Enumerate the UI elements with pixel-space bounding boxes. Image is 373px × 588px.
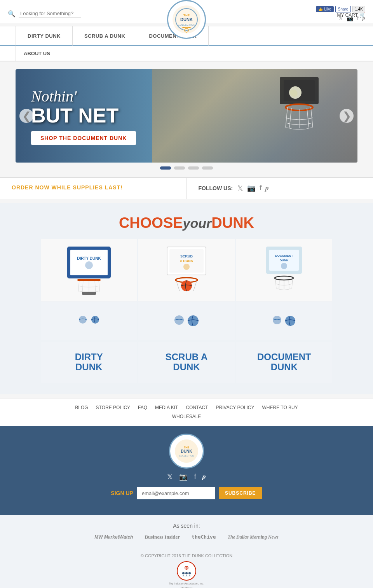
- nav-row2: ABOUT US: [0, 46, 373, 61]
- site-logo[interactable]: THE DUNK COLLECTION: [167, 0, 206, 39]
- scrub-dunk-title-area[interactable]: SCRUB ADUNK: [138, 342, 234, 383]
- doc-dunk-icons: [272, 315, 296, 327]
- basketball-icon-4: [187, 315, 199, 327]
- instagram-icon-mid[interactable]: 📷: [247, 184, 256, 192]
- press-dallas: The Dallas Morning News: [228, 534, 279, 540]
- twitter-icon-footer[interactable]: 𝕏: [167, 472, 173, 481]
- hero-cta-button[interactable]: SHOP THE DOCUMENT DUNK: [31, 131, 136, 145]
- choose-title-dunk: DUNK: [211, 215, 254, 231]
- bottom-logo[interactable]: THE DUNK COLLECTION: [169, 434, 204, 469]
- dot-4[interactable]: [202, 166, 213, 170]
- nav-about-us[interactable]: ABOUT US: [16, 46, 58, 61]
- instagram-icon-footer[interactable]: 📷: [179, 472, 188, 481]
- footer-blog[interactable]: BLOG: [75, 405, 88, 410]
- doc-dunk-card[interactable]: DOCUMENT DUNK: [236, 239, 332, 340]
- hero-container: Nothin' BUT NET SHOP THE DOCUMENT DUNK ❮…: [0, 65, 373, 173]
- svg-text:COLLECTION: COLLECTION: [179, 455, 194, 457]
- svg-text:THE: THE: [183, 14, 190, 17]
- facebook-icon-footer[interactable]: f: [194, 472, 196, 481]
- toy-assoc-svg: TIA: [180, 564, 193, 578]
- signup-label: SIGN UP: [111, 490, 133, 496]
- footer-links: BLOG STORE POLICY FAQ MEDIA KIT CONTACT …: [0, 398, 373, 426]
- scrub-dunk-icons: [174, 315, 199, 327]
- hero-hoop-graphic: [256, 73, 334, 151]
- dirty-dunk-card-bottom: [41, 301, 137, 340]
- subscribe-button[interactable]: SUBSCRIBE: [219, 487, 262, 499]
- doc-dunk-card-top: DOCUMENT DUNK: [236, 239, 332, 301]
- scrub-dunk-image: SCRUB A DUNK: [159, 245, 214, 296]
- nav-scrub-dunk[interactable]: SCRUB A DUNK: [73, 26, 137, 46]
- fb-count: 1.4K: [352, 6, 365, 12]
- next-arrow-icon: ❯: [342, 110, 351, 122]
- choose-title-choose: CHOOSE: [119, 215, 183, 231]
- dot-2[interactable]: [174, 166, 185, 170]
- dirty-dunk-image: DIRTY DUNK: [62, 245, 116, 296]
- slider-dots: [0, 166, 373, 170]
- svg-point-51: [285, 316, 295, 326]
- twitter-icon-mid[interactable]: 𝕏: [237, 184, 243, 192]
- hero-text: Nothin' BUT NET SHOP THE DOCUMENT DUNK: [16, 79, 152, 153]
- hero-slide: Nothin' BUT NET SHOP THE DOCUMENT DUNK: [16, 69, 357, 163]
- footer-wholesale-row: WHOLESALE: [8, 413, 365, 420]
- search-icon[interactable]: 🔍: [8, 10, 16, 18]
- hero-next-button[interactable]: ❯: [340, 109, 354, 123]
- dirty-dunk-title-area[interactable]: DIRTYDUNK: [41, 342, 137, 383]
- hero-line2: BUT NET: [31, 105, 136, 126]
- footer-faq[interactable]: FAQ: [138, 405, 147, 410]
- scrub-dunk-card-bottom: [138, 301, 234, 340]
- svg-line-21: [99, 281, 100, 292]
- svg-line-20: [78, 281, 79, 292]
- footer-store-policy[interactable]: STORE POLICY: [96, 405, 130, 410]
- logo-svg: THE DUNK COLLECTION: [171, 4, 202, 35]
- cart-area[interactable]: MY CART 🛒: [337, 12, 365, 18]
- footer-privacy-policy[interactable]: PRIVACY POLICY: [216, 405, 254, 410]
- choose-title: CHOOSEyourDUNK: [8, 215, 365, 231]
- dunk-titles-row: DIRTYDUNK SCRUB ADUNK DOCUMENTDUNK: [41, 342, 332, 383]
- dot-1[interactable]: [160, 166, 171, 170]
- svg-point-18: [85, 261, 93, 269]
- svg-text:TIA: TIA: [185, 567, 188, 569]
- order-now-section: ORDER NOW WHILE SUPPLIES LAST!: [0, 178, 187, 199]
- footer-contact[interactable]: CONTACT: [186, 405, 208, 410]
- basketball-icon-1: [78, 315, 87, 324]
- as-seen-label: As seen in:: [8, 523, 365, 529]
- svg-point-58: [182, 572, 185, 574]
- bottom-logo-wrap: THE DUNK COLLECTION: [8, 434, 365, 469]
- footer-social: 𝕏 📷 f 𝒑: [8, 472, 365, 481]
- svg-point-50: [273, 316, 281, 324]
- search-input[interactable]: [19, 10, 81, 18]
- fb-like-button[interactable]: 👍 Like: [316, 6, 333, 12]
- choose-title-your: your: [183, 216, 212, 231]
- top-header: 🔍 THE DUNK COLLECTION 👍 Like S: [0, 0, 373, 23]
- pinterest-icon-footer[interactable]: 𝒑: [202, 472, 206, 481]
- svg-point-34: [181, 280, 192, 291]
- copyright-section: © COPYRIGHT 2016 THE DUNK COLLECTION TIA…: [0, 548, 373, 588]
- signup-row: SIGN UP SUBSCRIBE: [8, 487, 365, 499]
- email-input[interactable]: [137, 487, 215, 499]
- hero-prev-button[interactable]: ❮: [19, 109, 33, 123]
- svg-point-37: [174, 315, 184, 325]
- basketball-icon-3: [174, 315, 185, 326]
- follow-label: FOLLOW US:: [199, 185, 233, 191]
- scrub-dunk-card[interactable]: SCRUB A DUNK: [138, 239, 234, 340]
- scrub-dunk-title: SCRUB ADUNK: [142, 348, 230, 376]
- doc-dunk-title-area[interactable]: DOCUMENTDUNK: [236, 342, 332, 383]
- svg-text:DUNK: DUNK: [280, 259, 289, 262]
- nav-dirty-dunk[interactable]: DIRTY DUNK: [16, 26, 73, 46]
- svg-point-27: [91, 316, 99, 324]
- dirty-dunk-card[interactable]: DIRTY DUNK: [41, 239, 137, 340]
- logo-area: THE DUNK COLLECTION: [167, 0, 206, 39]
- basketball-icon-6: [284, 315, 296, 327]
- pinterest-icon-mid[interactable]: 𝒑: [265, 184, 269, 192]
- svg-line-9: [286, 107, 288, 128]
- facebook-icon-mid[interactable]: f: [260, 184, 261, 192]
- cart-label: MY CART: [337, 12, 358, 18]
- footer-where-to-buy[interactable]: WHERE TO BUY: [262, 405, 298, 410]
- footer-wholesale[interactable]: WHOLESALE: [172, 414, 201, 419]
- fb-like-label: Like: [324, 7, 331, 11]
- dot-3[interactable]: [188, 166, 199, 170]
- toy-assoc-label: Toy Industry Association, Inc.: [169, 582, 204, 585]
- hero-cta-label: SHOP THE DOCUMENT DUNK: [40, 135, 127, 141]
- fb-share-button[interactable]: Share: [335, 6, 351, 12]
- footer-media-kit[interactable]: MEDIA KIT: [155, 405, 178, 410]
